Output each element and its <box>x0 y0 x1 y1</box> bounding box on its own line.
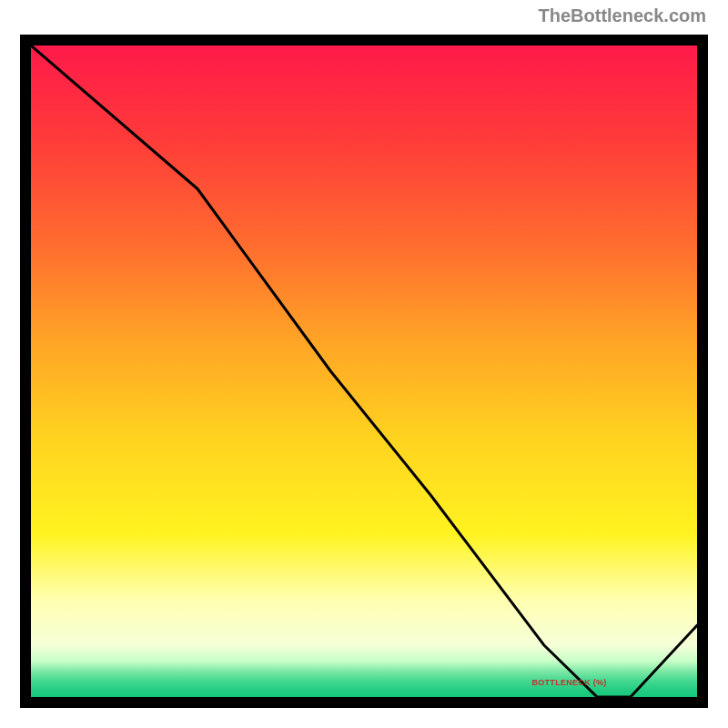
series-label: BOTTLENECK (%) <box>531 678 606 687</box>
plot-area: BOTTLENECK (%) <box>20 35 708 708</box>
bottleneck-line <box>31 46 697 697</box>
line-plot <box>31 46 697 697</box>
attribution-text: TheBottleneck.com <box>539 5 706 26</box>
chart-container: TheBottleneck.com BOTTLENECK (%) <box>0 0 728 728</box>
